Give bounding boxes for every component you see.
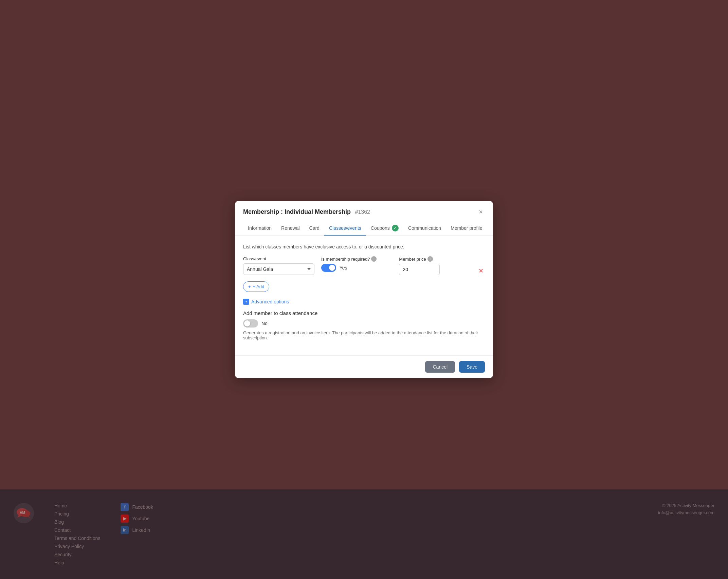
cancel-button[interactable]: Cancel xyxy=(425,361,455,373)
modal-dialog: Membership : Individual Membership #1362… xyxy=(235,201,493,378)
tab-classes-events[interactable]: Classes/events xyxy=(324,221,366,236)
add-button[interactable]: + + Add xyxy=(243,281,269,292)
membership-slider xyxy=(321,264,336,272)
attendance-section: Add member to class attendance No Genera… xyxy=(243,310,485,340)
membership-info-icon: i xyxy=(371,256,377,262)
class-event-row: Class/event Annual Gala Summer Camp Wint… xyxy=(243,256,485,276)
membership-required-label: Is membership required? i xyxy=(321,256,393,262)
tab-card[interactable]: Card xyxy=(305,221,324,236)
tab-member-profile[interactable]: Member profile xyxy=(446,221,487,236)
tab-bar: Information Renewal Card Classes/events … xyxy=(235,221,493,236)
attendance-slider xyxy=(243,319,258,328)
class-event-select[interactable]: Annual Gala Summer Camp Winter Workshop xyxy=(243,263,314,275)
tab-coupons[interactable]: Coupons xyxy=(366,221,403,236)
advanced-options-toggle[interactable]: ▪ Advanced options xyxy=(243,299,485,305)
modal-title: Membership : Individual Membership xyxy=(243,208,351,215)
membership-required-group: Is membership required? i Yes xyxy=(321,256,393,272)
add-icon: + xyxy=(248,284,251,289)
attendance-note: Generates a registration and an invoice … xyxy=(243,330,485,340)
advanced-options-label: Advanced options xyxy=(251,299,289,304)
member-price-group: Member price i 20 xyxy=(399,256,470,275)
tab-information[interactable]: Information xyxy=(243,221,276,236)
close-button[interactable]: × xyxy=(477,208,485,216)
modal-title-group: Membership : Individual Membership #1362 xyxy=(243,208,370,216)
coupons-badge xyxy=(392,225,399,231)
member-price-info-icon: i xyxy=(427,256,433,262)
add-label: + Add xyxy=(253,284,265,289)
page-description: List which classes members have exclusiv… xyxy=(243,244,485,249)
membership-toggle-row: Yes xyxy=(321,264,393,272)
advanced-options-section: ▪ Advanced options Add member to class a… xyxy=(243,299,485,340)
attendance-title: Add member to class attendance xyxy=(243,310,485,316)
modal-footer: Cancel Save xyxy=(235,356,493,378)
class-event-group: Class/event Annual Gala Summer Camp Wint… xyxy=(243,256,314,275)
class-event-label: Class/event xyxy=(243,256,314,261)
collapse-icon: ▪ xyxy=(243,299,249,305)
modal-overlay: Membership : Individual Membership #1362… xyxy=(0,0,728,579)
attendance-toggle-row: No xyxy=(243,319,485,328)
modal-id: #1362 xyxy=(355,209,370,215)
member-price-label: Member price i xyxy=(399,256,470,262)
membership-toggle-label: Yes xyxy=(340,265,347,270)
attendance-toggle-label: No xyxy=(261,321,268,326)
delete-row-button[interactable]: ✕ xyxy=(477,266,485,276)
membership-toggle[interactable] xyxy=(321,264,336,272)
save-button[interactable]: Save xyxy=(459,361,485,373)
member-price-input[interactable]: 20 xyxy=(399,264,440,275)
modal-body: List which classes members have exclusiv… xyxy=(235,236,493,355)
tab-communication[interactable]: Communication xyxy=(403,221,446,236)
tab-renewal[interactable]: Renewal xyxy=(276,221,304,236)
modal-header: Membership : Individual Membership #1362… xyxy=(235,201,493,216)
attendance-toggle[interactable] xyxy=(243,319,258,328)
